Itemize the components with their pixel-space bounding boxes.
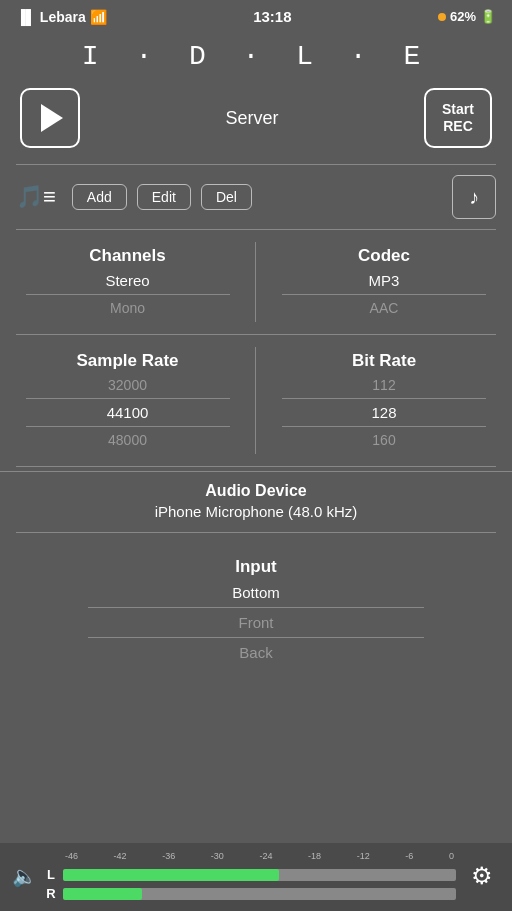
- del-button[interactable]: Del: [201, 184, 252, 210]
- bit-rate-160[interactable]: 160: [256, 430, 512, 450]
- status-right: 62% 🔋: [438, 9, 496, 24]
- start-rec-button[interactable]: StartREC: [424, 88, 492, 148]
- signal-icon: ▐▌: [16, 9, 36, 25]
- sample-rate-44100[interactable]: 44100: [0, 402, 255, 423]
- channels-stereo[interactable]: Stereo: [0, 270, 255, 291]
- channels-col: Channels Stereo Mono: [0, 242, 256, 322]
- battery-percent: 62%: [450, 9, 476, 24]
- bit-rate-divider-top: [282, 398, 487, 399]
- scale-minus30: -30: [211, 851, 224, 861]
- codec-header: Codec: [358, 246, 410, 266]
- sample-rate-col: Sample Rate 32000 44100 48000: [0, 347, 256, 454]
- codec-col: Codec MP3 AAC: [256, 242, 512, 322]
- start-rec-label: StartREC: [442, 101, 474, 135]
- play-triangle-icon: [41, 104, 63, 132]
- vu-channels: -46 -42 -36 -30 -24 -18 -12 -6 0 L R: [45, 851, 456, 901]
- vu-bar-r-bg: [63, 888, 456, 900]
- sample-rate-32000[interactable]: 32000: [0, 375, 255, 395]
- input-front[interactable]: Front: [16, 611, 496, 634]
- scale-minus24: -24: [259, 851, 272, 861]
- vu-r-label: R: [45, 886, 57, 901]
- vu-row-l: L: [45, 867, 456, 882]
- scale-minus6: -6: [405, 851, 413, 861]
- vu-meter-section: 🔈 -46 -42 -36 -30 -24 -18 -12 -6 0 L: [0, 843, 512, 911]
- sample-rate-header: Sample Rate: [76, 351, 178, 371]
- add-button[interactable]: Add: [72, 184, 127, 210]
- divider-4: [16, 466, 496, 467]
- divider-3: [16, 334, 496, 335]
- audio-device-value: iPhone Microphone (48.0 kHz): [16, 503, 496, 520]
- scale-minus42: -42: [114, 851, 127, 861]
- bit-rate-col: Bit Rate 112 128 160: [256, 347, 512, 454]
- sample-rate-divider-bottom: [26, 426, 230, 427]
- bit-rate-112[interactable]: 112: [256, 375, 512, 395]
- channels-divider: [26, 294, 230, 295]
- input-divider-1: [88, 607, 424, 608]
- vu-bar-l-fill: [63, 869, 279, 881]
- speaker-icon: 🔈: [12, 864, 37, 888]
- audio-device-section: Audio Device iPhone Microphone (48.0 kHz…: [0, 471, 512, 528]
- input-title: Input: [16, 557, 496, 577]
- scale-zero: 0: [449, 851, 454, 861]
- wifi-icon: 📶: [90, 9, 107, 25]
- vu-bar-r-fill: [63, 888, 142, 900]
- status-bar: ▐▌ Lebara 📶 13:18 62% 🔋: [0, 0, 512, 29]
- bit-rate-128[interactable]: 128: [256, 402, 512, 423]
- edit-button[interactable]: Edit: [137, 184, 191, 210]
- settings-grid: Channels Stereo Mono Codec MP3 AAC: [0, 234, 512, 330]
- vu-bar-l-bg: [63, 869, 456, 881]
- settings-button[interactable]: ⚙: [464, 858, 500, 894]
- server-label: Server: [225, 108, 278, 129]
- audio-device-title: Audio Device: [16, 482, 496, 500]
- scale-minus36: -36: [162, 851, 175, 861]
- input-divider-2: [88, 637, 424, 638]
- battery-icon: 🔋: [480, 9, 496, 24]
- divider-5: [16, 532, 496, 533]
- music-note-icon: ♪: [469, 186, 479, 209]
- idle-text: I · D · L · E: [82, 41, 430, 72]
- bit-rate-divider-bottom: [282, 426, 487, 427]
- codec-aac[interactable]: AAC: [256, 298, 512, 318]
- divider-2: [16, 229, 496, 230]
- codec-mp3[interactable]: MP3: [256, 270, 512, 291]
- play-button[interactable]: [20, 88, 80, 148]
- bit-rate-header: Bit Rate: [352, 351, 416, 371]
- toolbar-row: 🎵≡ Add Edit Del ♪: [0, 169, 512, 225]
- scale-minus18: -18: [308, 851, 321, 861]
- input-bottom[interactable]: Bottom: [16, 581, 496, 604]
- input-section: Input Bottom Front Back: [0, 537, 512, 672]
- playlist-icon: 🎵≡: [16, 184, 56, 210]
- vu-l-label: L: [45, 867, 57, 882]
- input-back[interactable]: Back: [16, 641, 496, 664]
- sample-rate-48000[interactable]: 48000: [0, 430, 255, 450]
- channels-mono[interactable]: Mono: [0, 298, 255, 318]
- carrier-name: Lebara: [40, 9, 86, 25]
- vu-row-r: R: [45, 886, 456, 901]
- channels-header: Channels: [89, 246, 166, 266]
- divider-1: [16, 164, 496, 165]
- top-controls: Server StartREC: [0, 80, 512, 160]
- music-note-button[interactable]: ♪: [452, 175, 496, 219]
- idle-display: I · D · L · E: [0, 29, 512, 80]
- gear-icon: ⚙: [471, 862, 493, 890]
- scale-minus12: -12: [357, 851, 370, 861]
- sample-rate-divider-top: [26, 398, 230, 399]
- scale-minus46: -46: [65, 851, 78, 861]
- status-left: ▐▌ Lebara 📶: [16, 9, 107, 25]
- codec-divider: [282, 294, 487, 295]
- battery-dot-icon: [438, 13, 446, 21]
- rate-grid: Sample Rate 32000 44100 48000 Bit Rate 1…: [0, 339, 512, 462]
- status-time: 13:18: [253, 8, 291, 25]
